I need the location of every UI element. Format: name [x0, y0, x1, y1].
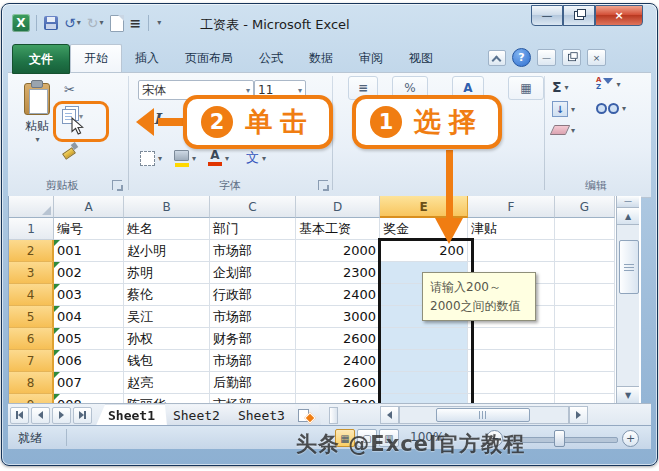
cell-E7[interactable]	[380, 350, 468, 372]
cell-C3[interactable]: 企划部	[210, 262, 296, 284]
workbook-minimize-button[interactable]: —	[537, 49, 556, 66]
font-color-button[interactable]: A▾	[208, 148, 229, 168]
scroll-up-icon[interactable]: ▲	[617, 208, 639, 225]
select-all-corner[interactable]	[9, 196, 54, 218]
page-break-view-button[interactable]: ▥	[379, 429, 399, 447]
cell-C8[interactable]: 后勤部	[210, 372, 296, 394]
row-header-3[interactable]: 3	[9, 262, 54, 284]
sheet-tab-Sheet2[interactable]: Sheet2	[161, 405, 232, 426]
cell-C5[interactable]: 市场部	[210, 306, 296, 328]
sort-filter-button[interactable]: AZ▾	[596, 77, 620, 91]
cell-C7[interactable]: 市场部	[210, 350, 296, 372]
cell-F6[interactable]	[468, 328, 555, 350]
row-header-7[interactable]: 7	[9, 350, 54, 372]
column-header-G[interactable]: G	[555, 196, 615, 218]
workbook-restore-button[interactable]	[562, 49, 581, 66]
cell-C4[interactable]: 行政部	[210, 284, 296, 306]
row-header-8[interactable]: 8	[9, 372, 54, 394]
cell-B7[interactable]: 钱包	[124, 350, 210, 372]
cell-D8[interactable]: 2600	[296, 372, 380, 394]
vertical-scrollbar[interactable]: — ▲ ▼	[616, 196, 639, 403]
borders-button[interactable]: ▾	[140, 148, 162, 168]
cell-D4[interactable]: 2400	[296, 284, 380, 306]
fill-color-button[interactable]: ▾	[174, 148, 196, 168]
quick-print-button[interactable]: ≡	[129, 14, 143, 32]
tab-插入[interactable]: 插入	[122, 44, 172, 72]
row-header-4[interactable]: 4	[9, 284, 54, 306]
cell-F2[interactable]	[468, 240, 555, 262]
cell-F9[interactable]	[468, 394, 555, 403]
cell-G6[interactable]	[555, 328, 615, 350]
cell-D2[interactable]: 2000	[296, 240, 380, 262]
phonetic-guide-button[interactable]: 文▾	[246, 148, 266, 168]
column-header-E[interactable]: E	[380, 196, 468, 218]
cell-C6[interactable]: 财务部	[210, 328, 296, 350]
last-sheet-button[interactable]	[73, 407, 92, 424]
normal-view-button[interactable]: ▦	[335, 429, 355, 447]
cell-D6[interactable]: 2600	[296, 328, 380, 350]
minimize-button[interactable]: —	[531, 5, 563, 26]
font-dialog-launcher-icon[interactable]	[318, 180, 328, 190]
cell-G5[interactable]	[555, 306, 615, 328]
cell-G2[interactable]	[555, 240, 615, 262]
cell-B9[interactable]: 陈丽华	[124, 394, 210, 403]
sheet-tab-Sheet1[interactable]: Sheet1	[96, 405, 167, 426]
cell-A3[interactable]: 002	[54, 262, 124, 284]
cell-A5[interactable]: 004	[54, 306, 124, 328]
new-document-button[interactable]	[109, 14, 125, 32]
paste-button[interactable]: 粘贴 ▾	[16, 78, 58, 166]
tab-开始[interactable]: 开始	[70, 44, 122, 72]
find-select-button[interactable]: ▾	[596, 103, 626, 114]
cell-E6[interactable]	[380, 328, 468, 350]
cell-C9[interactable]: 市场部	[210, 394, 296, 403]
cell-B8[interactable]: 赵亮	[124, 372, 210, 394]
cells-grid-icon[interactable]: ▦	[508, 76, 544, 100]
cell-G7[interactable]	[555, 350, 615, 372]
cell-G8[interactable]	[555, 372, 615, 394]
clipboard-dialog-launcher-icon[interactable]	[112, 180, 122, 190]
clear-button[interactable]: ▾	[552, 125, 575, 135]
row-header-1[interactable]: 1	[9, 218, 54, 240]
cell-D3[interactable]: 2300	[296, 262, 380, 284]
zoom-slider-thumb[interactable]	[554, 430, 565, 447]
column-header-A[interactable]: A	[54, 196, 124, 218]
undo-button[interactable]: ↺▾	[63, 14, 82, 32]
cell-G9[interactable]	[555, 394, 615, 403]
cell-B2[interactable]: 赵小明	[124, 240, 210, 262]
split-handle[interactable]: —	[617, 196, 639, 208]
customize-qat-button[interactable]: ▾	[155, 14, 162, 32]
cell-B3[interactable]: 苏明	[124, 262, 210, 284]
redo-button[interactable]: ↻▾	[86, 14, 105, 32]
sheet-tab-Sheet3[interactable]: Sheet3	[226, 405, 297, 426]
close-button[interactable]: ×	[595, 5, 643, 26]
zoom-in-button[interactable]: +	[622, 430, 639, 447]
cell-D5[interactable]: 3000	[296, 306, 380, 328]
autosum-button[interactable]: Σ▾	[552, 79, 569, 95]
scroll-down-icon[interactable]: ▼	[617, 386, 639, 403]
next-sheet-button[interactable]	[52, 407, 71, 424]
column-header-C[interactable]: C	[210, 196, 296, 218]
column-header-F[interactable]: F	[468, 196, 555, 218]
cell-C1[interactable]: 部门	[210, 218, 296, 240]
cell-G4[interactable]	[555, 284, 615, 306]
help-icon[interactable]: ?	[512, 48, 531, 67]
cell-A9[interactable]: 008	[54, 394, 124, 403]
tab-视图[interactable]: 视图	[396, 44, 446, 72]
first-sheet-button[interactable]	[10, 407, 29, 424]
workbook-close-button[interactable]: ×	[587, 49, 606, 66]
cell-A8[interactable]: 007	[54, 372, 124, 394]
tab-file[interactable]: 文件	[12, 44, 70, 74]
tab-数据[interactable]: 数据	[296, 44, 346, 72]
cell-B1[interactable]: 姓名	[124, 218, 210, 240]
cell-D9[interactable]: 2700	[296, 394, 380, 403]
cell-F8[interactable]	[468, 372, 555, 394]
cell-D7[interactable]: 2400	[296, 350, 380, 372]
row-header-6[interactable]: 6	[9, 328, 54, 350]
excel-logo-icon[interactable]: X	[12, 14, 30, 32]
row-header-2[interactable]: 2	[9, 240, 54, 262]
cell-A2[interactable]: 001	[54, 240, 124, 262]
cell-A1[interactable]: 编号	[54, 218, 124, 240]
row-header-9[interactable]: 9	[9, 394, 54, 403]
collapse-ribbon-icon[interactable]	[488, 50, 506, 66]
cell-F1[interactable]: 津贴	[468, 218, 555, 240]
